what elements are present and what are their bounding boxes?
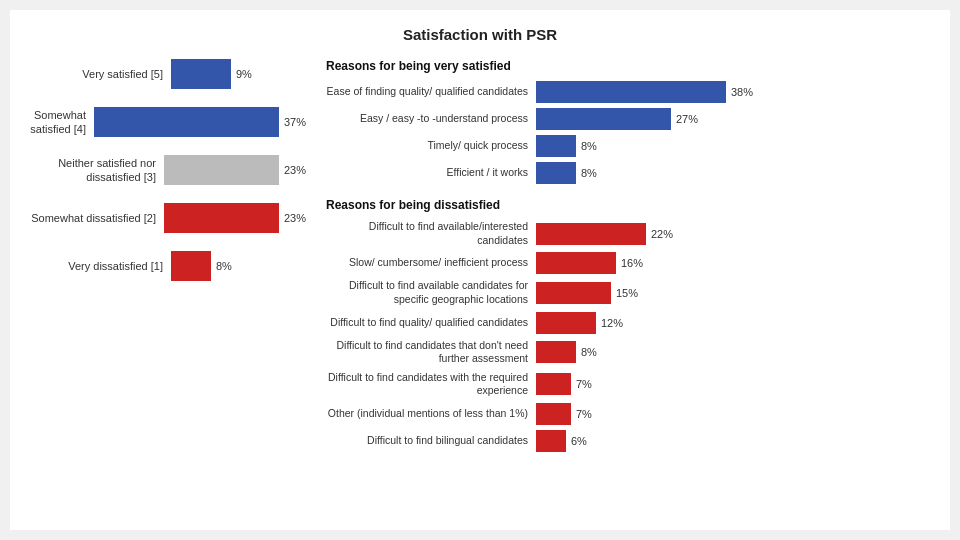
satisfied-bar-row: Easy / easy -to -understand process27%: [326, 108, 934, 130]
dissatisfied-bar-wrap: 8%: [536, 341, 597, 363]
dissatisfied-bar-wrap: 22%: [536, 223, 673, 245]
dissatisfied-bar-wrap: 7%: [536, 373, 592, 395]
satisfied-bar-fill: [536, 81, 726, 103]
satisfied-bar-percent: 8%: [581, 167, 597, 179]
main-container: Satisfaction with PSR Very satisfied [5]…: [10, 10, 950, 530]
dissatisfied-bar-wrap: 16%: [536, 252, 643, 274]
satisfied-bar-row: Efficient / it works8%: [326, 162, 934, 184]
left-bar-wrap: 23%: [164, 203, 306, 233]
left-bar-row: Very satisfied [5]9%: [26, 59, 306, 89]
dissatisfied-bar-fill: [536, 282, 611, 304]
left-bar-fill: [164, 155, 279, 185]
dissatisfied-bar-percent: 7%: [576, 378, 592, 390]
left-bar-percent: 23%: [284, 164, 306, 176]
left-bar-fill: [171, 251, 211, 281]
dissatisfied-bar-percent: 12%: [601, 317, 623, 329]
dissatisfied-bar-row: Difficult to find available/interested c…: [326, 220, 934, 247]
dissatisfied-bar-fill: [536, 341, 576, 363]
dissatisfied-bar-fill: [536, 252, 616, 274]
left-bar-percent: 37%: [284, 116, 306, 128]
dissatisfied-bar-label: Difficult to find candidates that don't …: [326, 339, 536, 366]
satisfied-bar-label: Timely/ quick process: [326, 139, 536, 153]
dissatisfied-bar-fill: [536, 373, 571, 395]
satisfied-bar-percent: 38%: [731, 86, 753, 98]
left-bar-wrap: 37%: [94, 107, 306, 137]
left-bar-label: Very satisfied [5]: [26, 67, 171, 81]
satisfied-bar-row: Timely/ quick process8%: [326, 135, 934, 157]
satisfied-bar-percent: 27%: [676, 113, 698, 125]
dissatisfied-bar-label: Difficult to find bilingual candidates: [326, 434, 536, 448]
left-bar-wrap: 8%: [171, 251, 232, 281]
satisfied-bar-wrap: 8%: [536, 162, 597, 184]
page-title: Satisfaction with PSR: [26, 26, 934, 43]
dissatisfied-bar-label: Difficult to find available/interested c…: [326, 220, 536, 247]
dissatisfied-bar-percent: 8%: [581, 346, 597, 358]
satisfied-bar-wrap: 8%: [536, 135, 597, 157]
dissatisfied-bar-percent: 22%: [651, 228, 673, 240]
right-panel: Reasons for being very satisfiedEase of …: [326, 59, 934, 457]
left-bar-label: Somewhat satisfied [4]: [26, 108, 94, 137]
left-bar-percent: 23%: [284, 212, 306, 224]
left-bar-percent: 9%: [236, 68, 252, 80]
left-bar-label: Somewhat dissatisfied [2]: [26, 211, 164, 225]
content-area: Very satisfied [5]9%Somewhat satisfied […: [26, 59, 934, 457]
dissatisfied-bar-percent: 15%: [616, 287, 638, 299]
dissatisfied-bar-label: Difficult to find quality/ qualified can…: [326, 316, 536, 330]
satisfied-bar-label: Efficient / it works: [326, 166, 536, 180]
satisfied-bar-label: Ease of finding quality/ qualified candi…: [326, 85, 536, 99]
dissatisfied-bar-row: Difficult to find candidates with the re…: [326, 371, 934, 398]
left-bar-percent: 8%: [216, 260, 232, 272]
satisfied-bar-wrap: 27%: [536, 108, 698, 130]
dissatisfied-bar-row: Slow/ cumbersome/ inefficient process16%: [326, 252, 934, 274]
left-bar-row: Neither satisfied nor dissatisfied [3]23…: [26, 155, 306, 185]
satisfied-bar-wrap: 38%: [536, 81, 753, 103]
satisfied-bar-fill: [536, 162, 576, 184]
satisfied-bar-fill: [536, 135, 576, 157]
satisfied-section-title: Reasons for being very satisfied: [326, 59, 934, 73]
dissatisfied-bar-fill: [536, 430, 566, 452]
satisfied-bar-label: Easy / easy -to -understand process: [326, 112, 536, 126]
left-bar-fill: [164, 203, 279, 233]
dissatisfied-bar-percent: 6%: [571, 435, 587, 447]
left-panel: Very satisfied [5]9%Somewhat satisfied […: [26, 59, 306, 457]
dissatisfied-bar-row: Other (individual mentions of less than …: [326, 403, 934, 425]
dissatisfied-bar-fill: [536, 312, 596, 334]
satisfied-bar-fill: [536, 108, 671, 130]
left-bar-wrap: 9%: [171, 59, 252, 89]
dissatisfied-bar-row: Difficult to find quality/ qualified can…: [326, 312, 934, 334]
dissatisfied-bar-wrap: 15%: [536, 282, 638, 304]
dissatisfied-bar-label: Difficult to find candidates with the re…: [326, 371, 536, 398]
left-bar-label: Neither satisfied nor dissatisfied [3]: [26, 156, 164, 185]
dissatisfied-section-title: Reasons for being dissatisfied: [326, 198, 934, 212]
dissatisfied-bar-label: Difficult to find available candidates f…: [326, 279, 536, 306]
satisfied-bar-row: Ease of finding quality/ qualified candi…: [326, 81, 934, 103]
dissatisfied-bar-wrap: 12%: [536, 312, 623, 334]
left-bar-fill: [94, 107, 279, 137]
dissatisfied-bar-fill: [536, 403, 571, 425]
dissatisfied-bar-percent: 7%: [576, 408, 592, 420]
left-bar-row: Somewhat dissatisfied [2]23%: [26, 203, 306, 233]
satisfied-bar-percent: 8%: [581, 140, 597, 152]
dissatisfied-bar-wrap: 7%: [536, 403, 592, 425]
dissatisfied-bar-label: Slow/ cumbersome/ inefficient process: [326, 256, 536, 270]
left-bar-row: Somewhat satisfied [4]37%: [26, 107, 306, 137]
left-bar-fill: [171, 59, 231, 89]
dissatisfied-bar-fill: [536, 223, 646, 245]
dissatisfied-bar-percent: 16%: [621, 257, 643, 269]
dissatisfied-bar-row: Difficult to find bilingual candidates6%: [326, 430, 934, 452]
dissatisfied-bar-wrap: 6%: [536, 430, 587, 452]
dissatisfied-bar-row: Difficult to find candidates that don't …: [326, 339, 934, 366]
left-bar-row: Very dissatisfied [1]8%: [26, 251, 306, 281]
dissatisfied-bar-label: Other (individual mentions of less than …: [326, 407, 536, 421]
left-bar-wrap: 23%: [164, 155, 306, 185]
dissatisfied-bar-row: Difficult to find available candidates f…: [326, 279, 934, 306]
left-bar-label: Very dissatisfied [1]: [26, 259, 171, 273]
